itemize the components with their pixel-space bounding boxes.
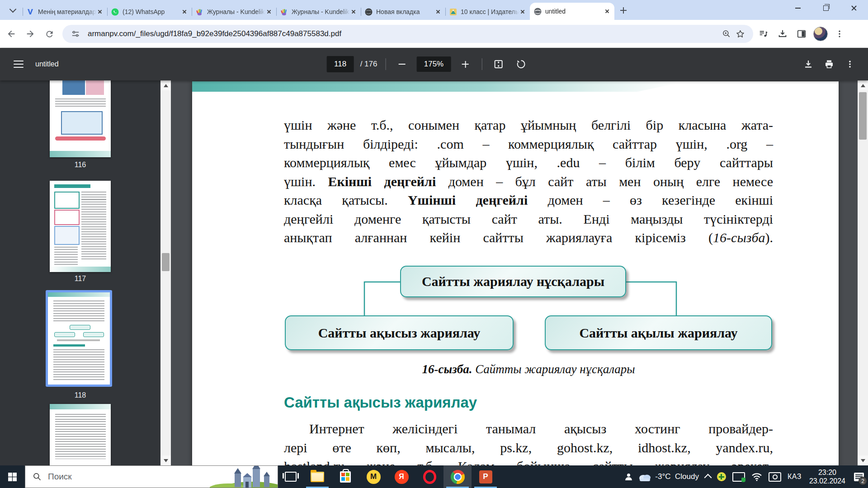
url-text[interactable]: armanpv.com/_files/ugd/f18fa9_b92e39fde2… bbox=[88, 29, 720, 38]
pdf-page: үшін және т.б., сонымен қатар ұйымның бе… bbox=[192, 81, 839, 465]
browser-menu-button[interactable] bbox=[831, 25, 848, 42]
zoom-in-button[interactable] bbox=[457, 56, 473, 72]
pdf-globe-icon bbox=[533, 7, 542, 15]
zoom-out-button[interactable] bbox=[394, 56, 410, 72]
scrollbar-thumb[interactable] bbox=[859, 92, 867, 140]
weather-widget[interactable]: -3°C Cloudy bbox=[635, 465, 702, 488]
download-icon bbox=[803, 59, 814, 70]
thumbnail-page-117[interactable] bbox=[50, 181, 111, 272]
tab-new-tab[interactable]: Новая вкладка bbox=[361, 4, 445, 20]
forward-icon bbox=[25, 29, 35, 39]
close-button[interactable] bbox=[840, 0, 868, 16]
network-button[interactable] bbox=[748, 465, 765, 488]
language-indicator[interactable]: КАЗ bbox=[784, 465, 805, 488]
pdf-download-button[interactable] bbox=[800, 56, 816, 72]
tab-close-icon[interactable] bbox=[519, 8, 526, 15]
main-scrollbar[interactable] bbox=[858, 80, 868, 465]
thumb-art bbox=[48, 292, 110, 297]
taskbar-app-powerpoint[interactable]: P bbox=[472, 465, 500, 488]
pdf-print-button[interactable] bbox=[821, 56, 837, 72]
downloads-toolbar-icon[interactable] bbox=[774, 25, 791, 42]
diagram-left-box: Сайтты ақысыз жариялау bbox=[285, 315, 514, 350]
taskbar-app-explorer[interactable] bbox=[303, 465, 331, 488]
tab-whatsapp[interactable]: (12) WhatsApp bbox=[107, 4, 192, 20]
scrollbar-thumb[interactable] bbox=[162, 253, 170, 271]
tab-close-icon[interactable] bbox=[96, 8, 104, 15]
triangle-down-icon bbox=[164, 459, 168, 462]
thumbnail-page-119[interactable] bbox=[50, 404, 111, 465]
scroll-up-button[interactable] bbox=[160, 80, 171, 90]
armanpv-crest-icon bbox=[449, 8, 457, 16]
forward-button[interactable] bbox=[23, 26, 38, 42]
diagram-right-label: Сайтты ақылы жариялау bbox=[579, 325, 737, 341]
taskbar-search[interactable]: Поиск bbox=[25, 465, 278, 488]
notification-badge: 2 bbox=[859, 477, 867, 485]
page-number-input[interactable] bbox=[327, 56, 354, 72]
thumb-art bbox=[55, 136, 106, 141]
taskbar-app-chrome[interactable] bbox=[443, 465, 472, 488]
kundelik-hand-icon bbox=[195, 8, 203, 16]
sidebar-scrollbar[interactable] bbox=[160, 80, 171, 465]
meet-now-button[interactable] bbox=[765, 465, 784, 488]
minimize-button[interactable] bbox=[784, 0, 812, 16]
tab-close-icon[interactable] bbox=[265, 8, 273, 15]
thumbnail-page-118-selected[interactable] bbox=[46, 290, 112, 387]
date: 23.02.2024 bbox=[809, 477, 845, 485]
taskbar-app-yandex[interactable]: Я bbox=[387, 465, 415, 488]
tab-kundelik-2[interactable]: Журналы - Kundelik. bbox=[276, 4, 361, 20]
pdf-menu-button[interactable] bbox=[14, 61, 24, 68]
security-tray-button[interactable] bbox=[729, 465, 748, 488]
thumb-art bbox=[54, 210, 80, 225]
taskbar-app-store[interactable] bbox=[331, 465, 359, 488]
tab-10-klass[interactable]: 10 класс | Издательс bbox=[445, 4, 530, 20]
fit-page-button[interactable] bbox=[490, 56, 506, 72]
clock[interactable]: 23:20 23.02.2024 bbox=[805, 468, 850, 485]
paragraph-hosting: Интернет желісіндегі танымал ақысыз хост… bbox=[284, 419, 773, 465]
thumbnail-page-116[interactable] bbox=[50, 80, 111, 157]
diagram-right-box: Сайтты ақылы жариялау bbox=[545, 315, 772, 350]
back-button[interactable] bbox=[4, 26, 19, 42]
media-playlist-icon[interactable] bbox=[755, 25, 772, 42]
restore-button[interactable] bbox=[812, 0, 840, 16]
thumb-art bbox=[54, 192, 80, 209]
task-view-button[interactable] bbox=[278, 465, 303, 488]
action-center-button[interactable]: 2 bbox=[850, 465, 868, 488]
new-tab-button[interactable] bbox=[617, 4, 630, 17]
plus-icon bbox=[620, 7, 627, 14]
site-settings-icon[interactable] bbox=[69, 27, 82, 41]
taskbar-app-opera[interactable] bbox=[415, 465, 443, 488]
scroll-down-button[interactable] bbox=[160, 455, 171, 465]
omnibox[interactable]: armanpv.com/_files/ugd/f18fa9_b92e39fde2… bbox=[62, 25, 753, 43]
tab-label: Новая вкладка bbox=[376, 8, 434, 15]
tab-search-button[interactable] bbox=[6, 4, 19, 16]
minimize-icon bbox=[795, 8, 801, 9]
profile-avatar[interactable] bbox=[812, 25, 829, 42]
diagram-root-box: Сайтты жариялау нұсқалары bbox=[400, 266, 626, 297]
rotate-button[interactable] bbox=[513, 56, 529, 72]
start-button[interactable] bbox=[0, 465, 25, 488]
search-highlight-castle bbox=[210, 465, 278, 488]
people-button[interactable] bbox=[622, 465, 635, 488]
thumb-art bbox=[83, 332, 104, 337]
tab-close-icon[interactable] bbox=[350, 8, 357, 15]
taskbar-app-m[interactable]: M bbox=[359, 465, 387, 488]
pdf-more-button[interactable] bbox=[842, 56, 858, 72]
bookmark-star-icon[interactable] bbox=[733, 27, 747, 41]
antivirus-tray-button[interactable] bbox=[714, 465, 729, 488]
tab-kundelik-1[interactable]: Журналы - Kundelik. bbox=[192, 4, 276, 20]
scroll-down-button[interactable] bbox=[858, 455, 868, 465]
tray-expand-button[interactable] bbox=[702, 465, 714, 488]
side-panel-icon[interactable] bbox=[793, 25, 810, 42]
tab-close-icon[interactable] bbox=[181, 8, 188, 15]
zoom-page-icon[interactable] bbox=[720, 27, 733, 41]
tab-untitled-active[interactable]: untitled bbox=[530, 3, 614, 20]
powerpoint-icon: P bbox=[479, 470, 492, 483]
tab-close-icon[interactable] bbox=[604, 8, 611, 15]
tab-close-icon[interactable] bbox=[434, 8, 442, 15]
zoom-level[interactable]: 175% bbox=[416, 56, 451, 72]
tab-label: 10 класс | Издательс bbox=[461, 8, 519, 15]
scroll-up-button[interactable] bbox=[858, 80, 868, 90]
reload-button[interactable] bbox=[42, 26, 57, 42]
tab-my-materials[interactable]: Менің материалдары bbox=[23, 4, 107, 20]
page-total: / 176 bbox=[360, 60, 377, 69]
